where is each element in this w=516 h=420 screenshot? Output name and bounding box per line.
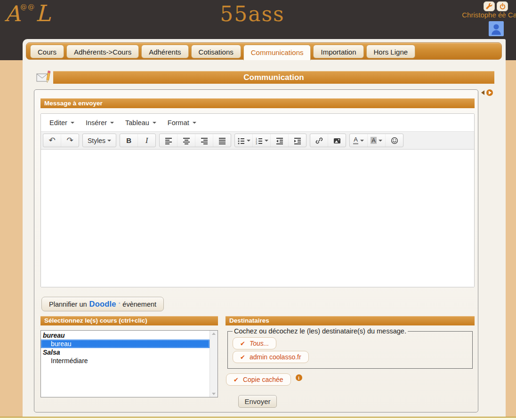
check-icon: ✔	[240, 354, 245, 360]
undo-icon: ↶	[48, 136, 55, 144]
communication-form: Message à envoyer Editer Insérer Tableau…	[34, 89, 478, 412]
doodle-logo: Doodle	[89, 300, 116, 309]
panel-collapse-control[interactable]	[481, 89, 493, 96]
indent-button[interactable]	[288, 134, 306, 147]
tab-adherents[interactable]: Adhérents	[141, 45, 188, 58]
link-icon	[315, 137, 323, 144]
italic-button[interactable]: I	[137, 134, 155, 147]
scroll-down-icon[interactable]	[212, 393, 216, 395]
redo-button[interactable]: ↷	[61, 134, 79, 147]
chevron-down-icon	[360, 140, 364, 142]
align-center-button[interactable]	[177, 134, 195, 147]
undo-button[interactable]: ↶	[43, 134, 61, 147]
editor-menubar: Editer Insérer Tableau Format	[41, 114, 474, 131]
smiley-icon	[391, 137, 398, 144]
editor-toolbar: ↶ ↷ Styles B I	[41, 131, 474, 150]
styles-dropdown[interactable]: Styles	[83, 134, 116, 147]
outdent-icon	[276, 137, 283, 144]
bold-button[interactable]: B	[120, 134, 137, 147]
logout-button[interactable]	[497, 1, 508, 11]
menu-tableau[interactable]: Tableau	[120, 115, 162, 130]
outdent-button[interactable]	[270, 134, 288, 147]
courses-section-header: Sélectionnez le(s) cours (ctrl+clic)	[40, 316, 218, 325]
svg-text:3: 3	[256, 142, 257, 144]
person-icon	[489, 21, 504, 36]
list-scrollbar[interactable]	[210, 331, 218, 397]
chevron-down-icon	[71, 122, 74, 124]
align-left-icon	[165, 137, 172, 144]
content-panel: Cours Adhérents->Cours Adhérents Cotisat…	[23, 39, 506, 417]
justify-button[interactable]	[213, 134, 231, 147]
tab-hors-ligne[interactable]: Hors Ligne	[366, 45, 416, 58]
course-group-label: bureau	[41, 331, 210, 340]
course-option-selected[interactable]: bureau	[41, 340, 210, 348]
bcc-toggle[interactable]: ✔ Copie cachée	[226, 373, 291, 386]
wrench-icon	[485, 3, 493, 10]
align-right-button[interactable]	[195, 134, 213, 147]
align-center-icon	[183, 137, 190, 144]
tab-adherents-cours[interactable]: Adhérents->Cours	[66, 45, 139, 58]
numbered-list-icon: 123	[255, 137, 263, 144]
bold-icon: B	[126, 136, 131, 144]
menu-format[interactable]: Format	[162, 115, 202, 130]
info-icon[interactable]: i	[296, 374, 302, 381]
user-avatar[interactable]	[489, 21, 504, 36]
italic-icon: I	[145, 136, 148, 145]
recipients-fieldset: Cochez ou décochez le (les) destinataire…	[227, 327, 473, 369]
insert-image-button[interactable]	[328, 134, 346, 147]
numbered-list-button[interactable]: 123	[252, 134, 270, 147]
image-icon	[333, 137, 341, 144]
chevron-down-icon	[107, 140, 111, 142]
bullet-list-button[interactable]	[235, 134, 252, 147]
background-color-icon: A	[371, 137, 377, 144]
menu-inserer[interactable]: Insérer	[80, 115, 120, 130]
menu-editer[interactable]: Editer	[44, 115, 80, 130]
scroll-up-icon[interactable]	[212, 333, 216, 335]
check-icon: ✔	[240, 341, 245, 347]
settings-button[interactable]	[484, 1, 495, 11]
text-color-dropdown[interactable]: A	[350, 134, 367, 147]
power-icon	[499, 3, 506, 10]
background-color-dropdown[interactable]: A	[367, 134, 385, 147]
doodle-event-button[interactable]: Plannifier un Doodle° évènement	[41, 297, 164, 311]
rich-text-editor: Editer Insérer Tableau Format ↶ ↷ Styles…	[40, 113, 475, 287]
tab-cours[interactable]: Cours	[30, 45, 64, 58]
send-button[interactable]: Envoyer	[238, 395, 277, 408]
recipients-legend: Cochez ou décochez le (les) destinataire…	[233, 327, 408, 335]
play-icon	[489, 91, 492, 95]
expand-button[interactable]	[486, 89, 493, 96]
insert-link-button[interactable]	[310, 134, 328, 147]
logged-in-user: Christophe éè Car	[462, 11, 516, 19]
mail-pencil-icon	[36, 70, 50, 84]
text-color-icon: A	[353, 136, 358, 144]
recipient-all-toggle[interactable]: ✔ Tous...	[233, 337, 276, 349]
chevron-down-icon	[247, 140, 250, 142]
message-section-header: Message à envoyer	[40, 98, 475, 108]
course-group-label: Salsa	[41, 348, 210, 357]
message-body-input[interactable]	[41, 150, 474, 287]
check-icon: ✔	[234, 377, 239, 383]
chevron-down-icon	[265, 140, 268, 142]
chevron-down-icon	[379, 140, 382, 142]
align-left-button[interactable]	[160, 134, 177, 147]
main-tab-bar: Cours Adhérents->Cours Adhérents Cotisat…	[26, 42, 502, 60]
course-option[interactable]: Intermédiare	[41, 357, 210, 365]
site-title: 55ass	[0, 2, 510, 26]
page-footer	[0, 417, 516, 420]
collapse-left-icon	[481, 90, 484, 95]
tab-importation[interactable]: Importation	[313, 45, 363, 58]
page-title: Communication	[53, 71, 494, 84]
bullet-list-icon	[237, 137, 245, 144]
tab-communications[interactable]: Communications	[243, 45, 311, 60]
chevron-down-icon	[193, 122, 196, 124]
recipients-section-header: Destinataires	[226, 316, 475, 325]
chevron-down-icon	[153, 122, 156, 124]
indent-icon	[294, 137, 301, 144]
recipient-admin-toggle[interactable]: ✔ admin coolasso.fr	[233, 351, 309, 363]
justify-icon	[218, 137, 226, 144]
chevron-down-icon	[110, 122, 114, 124]
tab-cotisations[interactable]: Cotisations	[191, 45, 241, 58]
emoticon-button[interactable]	[385, 134, 403, 147]
redo-icon: ↷	[66, 136, 73, 144]
course-multiselect[interactable]: bureau bureau Salsa Intermédiare	[40, 330, 218, 397]
